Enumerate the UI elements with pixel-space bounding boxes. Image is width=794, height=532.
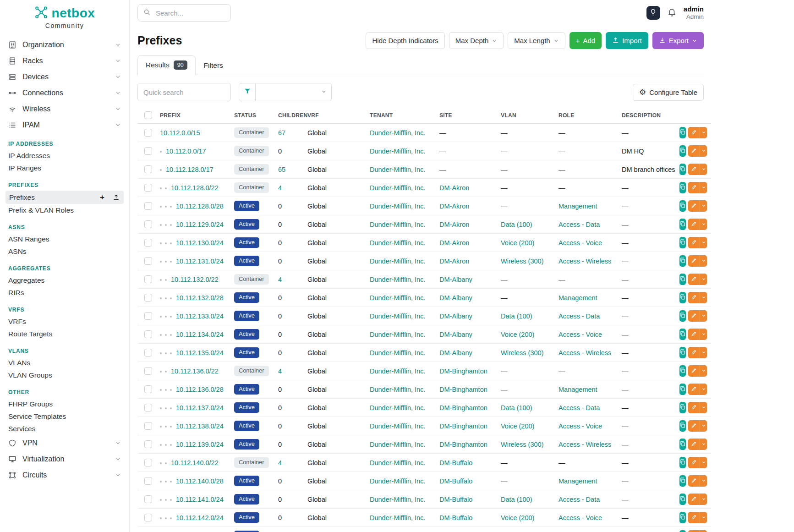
edit-dropdown-button[interactable]: [700, 164, 707, 175]
column-header-vlan[interactable]: VLAN: [497, 107, 554, 124]
row-checkbox[interactable]: [144, 422, 152, 430]
column-header-description[interactable]: DESCRIPTION: [618, 107, 679, 124]
row-checkbox[interactable]: [144, 385, 152, 393]
sidebar-item-service-templates[interactable]: Service Templates: [0, 410, 129, 422]
copy-button[interactable]: [679, 219, 686, 230]
row-checkbox[interactable]: [144, 257, 152, 265]
row-checkbox[interactable]: [144, 165, 152, 173]
vlan-link[interactable]: Data (100): [501, 221, 532, 228]
column-header-vrf[interactable]: VRF: [303, 107, 366, 124]
role-link[interactable]: Management: [559, 203, 597, 210]
sidebar-item-vlan-groups[interactable]: VLAN Groups: [0, 369, 129, 381]
edit-button[interactable]: [688, 439, 700, 450]
edit-button[interactable]: [688, 182, 700, 193]
row-checkbox[interactable]: [144, 349, 152, 356]
copy-button[interactable]: [679, 292, 686, 303]
prefix-link[interactable]: 10.112.0.0/17: [166, 148, 206, 155]
role-link[interactable]: Access - Wireless: [559, 258, 611, 265]
site-link[interactable]: DM-Buffalo: [439, 459, 472, 466]
global-search[interactable]: [137, 4, 231, 22]
edit-button[interactable]: [688, 384, 700, 395]
site-link[interactable]: DM-Akron: [439, 221, 469, 228]
tenant-link[interactable]: Dunder-Mifflin, Inc.: [370, 239, 425, 247]
max-length-dropdown[interactable]: Max Length: [508, 32, 565, 49]
edit-dropdown-button[interactable]: [700, 127, 707, 138]
quick-search-input[interactable]: [137, 83, 231, 101]
copy-button[interactable]: [679, 347, 686, 358]
prefix-link[interactable]: 10.112.140.0/22: [171, 459, 219, 466]
edit-button[interactable]: [688, 274, 700, 285]
tenant-link[interactable]: Dunder-Mifflin, Inc.: [370, 386, 425, 393]
configure-table-button[interactable]: ⚙ Configure Table: [633, 84, 704, 101]
role-link[interactable]: Access - Wireless: [559, 441, 611, 448]
prefix-link[interactable]: 10.112.137.0/24: [176, 404, 224, 411]
sidebar-item-wireless[interactable]: Wireless: [0, 101, 129, 117]
role-link[interactable]: Management: [559, 386, 597, 393]
prefix-link[interactable]: 10.112.131.0/24: [176, 258, 224, 265]
sidebar-item-prefixes[interactable]: Prefixes+: [5, 191, 124, 204]
column-header-tenant[interactable]: TENANT: [366, 107, 435, 124]
search-input[interactable]: [155, 9, 225, 17]
edit-dropdown-button[interactable]: [700, 420, 707, 432]
row-checkbox[interactable]: [144, 404, 152, 411]
tab-results[interactable]: Results 90: [137, 55, 196, 75]
vlan-link[interactable]: Wireless (300): [501, 349, 543, 356]
edit-button[interactable]: [688, 292, 700, 303]
prefix-link[interactable]: 10.112.132.0/28: [176, 294, 224, 302]
copy-button[interactable]: [679, 457, 686, 468]
tenant-link[interactable]: Dunder-Mifflin, Inc.: [370, 313, 425, 320]
copy-button[interactable]: [679, 420, 686, 432]
role-link[interactable]: Access - Data: [559, 221, 600, 228]
site-link[interactable]: DM-Buffalo: [439, 514, 472, 521]
edit-button[interactable]: [688, 530, 700, 532]
role-link[interactable]: Access - Voice: [559, 422, 602, 430]
copy-button[interactable]: [679, 182, 686, 193]
tenant-link[interactable]: Dunder-Mifflin, Inc.: [370, 349, 425, 356]
sidebar-item-aggregates[interactable]: Aggregates: [0, 274, 129, 286]
sidebar-item-virtualization[interactable]: Virtualization: [0, 451, 129, 467]
edit-dropdown-button[interactable]: [700, 457, 707, 468]
import-button[interactable]: Import: [606, 32, 648, 49]
sidebar-item-prefix-vlan-roles[interactable]: Prefix & VLAN Roles: [0, 204, 129, 216]
user-menu[interactable]: admin Admin: [684, 5, 704, 21]
role-link[interactable]: Access - Voice: [559, 239, 602, 247]
filter-value-select[interactable]: [256, 83, 332, 101]
copy-button[interactable]: [679, 365, 686, 377]
copy-button[interactable]: [679, 274, 686, 285]
prefix-link[interactable]: 10.112.132.0/22: [171, 276, 219, 283]
edit-button[interactable]: [688, 475, 700, 487]
role-link[interactable]: Access - Voice: [559, 331, 602, 338]
edit-dropdown-button[interactable]: [700, 402, 707, 413]
children-count-link[interactable]: 65: [278, 166, 285, 173]
children-count-link[interactable]: 67: [278, 129, 285, 137]
row-checkbox[interactable]: [144, 477, 152, 485]
edit-dropdown-button[interactable]: [700, 219, 707, 230]
prefix-link[interactable]: 10.112.134.0/24: [176, 331, 224, 338]
tenant-link[interactable]: Dunder-Mifflin, Inc.: [370, 166, 425, 173]
quick-import-button[interactable]: [112, 193, 120, 202]
tenant-link[interactable]: Dunder-Mifflin, Inc.: [370, 441, 425, 448]
tenant-link[interactable]: Dunder-Mifflin, Inc.: [370, 422, 425, 430]
edit-dropdown-button[interactable]: [700, 145, 707, 157]
copy-button[interactable]: [679, 127, 686, 138]
edit-button[interactable]: [688, 402, 700, 413]
tenant-link[interactable]: Dunder-Mifflin, Inc.: [370, 404, 425, 411]
edit-dropdown-button[interactable]: [700, 237, 707, 248]
sidebar-item-route-targets[interactable]: Route Targets: [0, 328, 129, 340]
copy-button[interactable]: [679, 145, 686, 157]
site-link[interactable]: DM-Binghamton: [439, 404, 487, 411]
edit-dropdown-button[interactable]: [700, 347, 707, 358]
tenant-link[interactable]: Dunder-Mifflin, Inc.: [370, 148, 425, 155]
row-checkbox[interactable]: [144, 220, 152, 228]
column-header-status[interactable]: STATUS: [230, 107, 274, 124]
sidebar-item-services[interactable]: Services: [0, 422, 129, 435]
copy-button[interactable]: [679, 329, 686, 340]
edit-button[interactable]: [688, 457, 700, 468]
edit-button[interactable]: [688, 310, 700, 322]
edit-button[interactable]: [688, 494, 700, 505]
edit-dropdown-button[interactable]: [700, 494, 707, 505]
column-header-role[interactable]: ROLE: [554, 107, 618, 124]
vlan-link[interactable]: Voice (200): [501, 422, 534, 430]
row-checkbox[interactable]: [144, 495, 152, 503]
prefix-link[interactable]: 10.112.130.0/24: [176, 239, 224, 247]
